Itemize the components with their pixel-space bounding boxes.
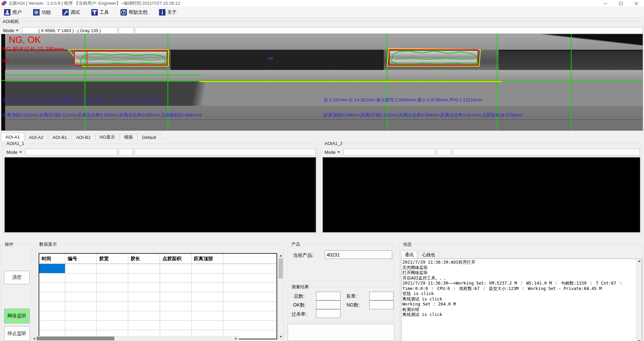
table-header-row: 时间 编号 胶宽 胶长 点胶面积 距离顶部 xyxy=(39,254,276,264)
table-row[interactable] xyxy=(39,264,276,273)
table-row[interactable] xyxy=(39,321,276,330)
ng-count-label: NG数: xyxy=(347,302,360,308)
toolbar-debug-label: 调试 xyxy=(70,9,80,16)
panel1-aux-field-1[interactable] xyxy=(119,149,133,155)
close-button[interactable] xyxy=(628,0,644,7)
network-listen-button[interactable]: 网络监听 xyxy=(4,309,30,323)
right-measurement-line1: 宽:2.187mm,长:14.352mm,最大胶宽:1.5663mm,最小:0.… xyxy=(324,97,483,103)
maximize-icon xyxy=(619,2,623,5)
overkill-rate-field[interactable] xyxy=(316,309,340,318)
camera-mode-dropdown[interactable]: Mode xyxy=(1,27,21,34)
scroll-up-arrow-icon[interactable] xyxy=(637,259,642,263)
scroll-left-arrow-icon[interactable] xyxy=(31,336,37,341)
total-count-field[interactable] xyxy=(316,292,340,300)
ng-count-field[interactable] xyxy=(369,300,394,309)
tab-template[interactable]: 模版 xyxy=(120,133,137,141)
tab-aoi-a2[interactable]: AOI-A2 xyxy=(25,133,48,141)
toolbar-function-label: 功能 xyxy=(41,9,51,16)
log-text: 2021/7/29 11:36:30:AOI程序打开 关闭网络监听 打开网络监听… xyxy=(402,260,635,317)
panel1-mode-dropdown[interactable]: Mode xyxy=(4,149,24,155)
chevron-down-icon xyxy=(19,151,22,153)
scroll-up-arrow-icon[interactable] xyxy=(278,253,283,258)
right-measurement-line2: 距离顶部0.048mm,距离CF层0.110mm,距离左边界0.304mm,距离… xyxy=(324,112,523,118)
panel-aoia1-2: AOIA1_2 Mode xyxy=(321,144,642,234)
stop-listen-button[interactable]: 停止监听 xyxy=(4,326,30,341)
panel2-mode-dropdown[interactable]: Mode xyxy=(323,149,342,155)
panel1-image-view[interactable] xyxy=(4,157,316,233)
tab-default[interactable]: Default xyxy=(138,133,160,141)
data-table[interactable]: 时间 编号 胶宽 胶长 点胶面积 距离顶部 xyxy=(39,253,277,339)
communication-log[interactable]: 2021/7/29 11:36:30:AOI程序打开 关闭网络监听 打开网络监听… xyxy=(401,259,642,341)
panel1-aux-field-2[interactable] xyxy=(134,149,316,155)
current-product-label: 当前产品: xyxy=(293,252,313,259)
yield-rate-label: 良率: xyxy=(346,293,357,299)
ng-reason-text: NG:胶体过长:15.290mm, xyxy=(2,45,66,53)
column-header-id[interactable]: 编号 xyxy=(65,254,97,264)
toolbar-function-button[interactable]: 功能 xyxy=(32,8,52,17)
left-measurement-line2: 距离顶部0.031mm,距离CF层0.110mm,距离左边界0.153mm,距离… xyxy=(2,112,202,118)
overkill-rate-label: 过杀率: xyxy=(291,311,307,317)
camera-mode-row: Mode ( X 6568, Y 1463 ) : ( Gray 135 ) xyxy=(1,27,643,34)
panel2-aux-field-2[interactable] xyxy=(452,149,640,155)
table-row[interactable] xyxy=(39,292,276,302)
panel2-aux-field-1[interactable] xyxy=(437,149,451,155)
info-group-label: 信息 xyxy=(402,241,413,247)
tab-heartbeat[interactable]: 心跳包 xyxy=(418,251,439,259)
main-toolbar: 用户 功能 调试 工具 ? 帮助文档 关于 xyxy=(0,7,644,18)
camera-group-label: AOI相机 xyxy=(3,19,19,25)
maximize-button[interactable] xyxy=(613,0,628,7)
info-group: 信息 通讯 心跳包 2021/7/29 11:36:30:AOI程序打开 关闭网… xyxy=(399,244,643,341)
table-row[interactable] xyxy=(39,302,276,311)
scroll-down-arrow-icon[interactable] xyxy=(637,339,642,341)
toolbar-debug-button[interactable]: 调试 xyxy=(61,8,81,17)
scroll-down-arrow-icon[interactable] xyxy=(278,335,283,339)
clear-button[interactable]: 清空 xyxy=(4,271,30,284)
column-header-glue-area[interactable]: 点胶面积 xyxy=(160,254,192,264)
camera-aux-field-2[interactable] xyxy=(135,27,643,34)
toolbar-about-button[interactable]: 关于 xyxy=(158,8,178,17)
ng-flag-text: NG xyxy=(2,58,10,64)
horizontal-scroll-thumb[interactable] xyxy=(37,337,114,340)
table-row[interactable] xyxy=(39,311,276,321)
camera-group-border xyxy=(21,21,642,21)
selected-cell[interactable] xyxy=(39,264,65,273)
table-row[interactable] xyxy=(39,283,276,292)
toolbar-help-button[interactable]: ? 帮助文档 xyxy=(119,8,149,17)
result-status-text: NG, OK xyxy=(9,35,41,45)
vertical-scroll-thumb[interactable] xyxy=(279,258,283,278)
table-horizontal-scrollbar[interactable] xyxy=(31,336,239,341)
panel-aoia1-1: AOIA1_1 Mode xyxy=(3,144,317,234)
column-header-time[interactable]: 时间 xyxy=(39,254,65,264)
measurement-results-group: 测量结果 总数: 良率: OK数: NG数: 过杀率: xyxy=(288,287,394,322)
product-group-label: 产品 xyxy=(290,241,302,247)
tab-communication[interactable]: 通讯 xyxy=(401,251,417,259)
camera-image-view[interactable]: NG, OK NG:胶体过长:15.290mm, NG OK 宽:2.218mm… xyxy=(1,34,643,131)
ok-count-field[interactable] xyxy=(316,300,340,309)
table-row[interactable] xyxy=(39,273,276,283)
scroll-right-arrow-icon[interactable] xyxy=(234,336,239,341)
table-vertical-scrollbar[interactable] xyxy=(278,253,284,339)
yield-rate-field[interactable] xyxy=(369,292,394,300)
toolbar-tools-button[interactable]: 工具 xyxy=(90,8,110,17)
tab-ng-display[interactable]: NG显示 xyxy=(95,133,120,141)
panel2-image-view[interactable] xyxy=(323,157,640,233)
column-header-glue-width[interactable]: 胶宽 xyxy=(97,254,128,264)
app-icon xyxy=(1,1,7,6)
panel1-mode-row: Mode xyxy=(4,149,316,155)
column-header-glue-length[interactable]: 胶长 xyxy=(128,254,160,264)
tab-aoi-b2[interactable]: AOI-B2 xyxy=(72,133,95,141)
toolbar-user-button[interactable]: 用户 xyxy=(3,8,23,17)
minimize-button[interactable] xyxy=(597,0,613,7)
help-icon: ? xyxy=(120,9,127,16)
close-icon xyxy=(635,2,638,5)
operations-group: 操作 清空 网络监听 停止监听 xyxy=(1,244,32,341)
tool-icon xyxy=(91,9,98,16)
camera-aux-field-1[interactable] xyxy=(119,27,134,34)
log-vertical-scrollbar[interactable] xyxy=(636,259,642,341)
tab-aoi-b1[interactable]: AOI-B1 xyxy=(48,133,71,141)
tab-aoi-a1[interactable]: AOI-A1 xyxy=(1,133,24,141)
current-product-input[interactable]: 40231 xyxy=(325,250,392,259)
panel1-readout-field xyxy=(25,149,117,155)
column-header-distance-top[interactable]: 距离顶部 xyxy=(192,254,223,264)
camera-mode-label: Mode xyxy=(3,28,14,33)
